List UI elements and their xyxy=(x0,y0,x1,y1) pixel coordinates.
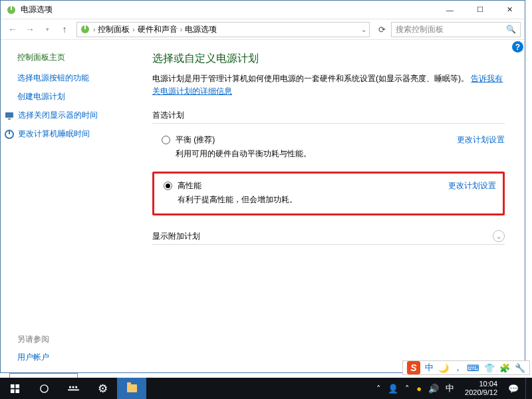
minimize-button[interactable]: — xyxy=(435,1,465,19)
gear-icon: ⚙ xyxy=(98,382,108,396)
clock-date: 2020/9/12 xyxy=(465,388,497,397)
taskbar: ⚙ ˄ 👤 ˄ ● 🔊 中 10:04 2020/9/12 💬 xyxy=(0,378,532,399)
system-tray: ˄ 👤 ˄ ● 🔊 中 10:04 2020/9/12 💬 xyxy=(374,378,532,399)
change-plan-settings-link[interactable]: 更改计划设置 xyxy=(457,134,505,146)
svg-rect-1 xyxy=(11,6,12,10)
chevron-right-icon: › xyxy=(93,26,95,33)
control-panel-window: 电源选项 — ☐ ✕ ← → ▾ ↑ › 控制面板 › 硬件和声音 › 电源选项… xyxy=(0,0,525,373)
search-icon: 🔍 xyxy=(506,25,516,34)
sidebar: 控制面板主页 选择电源按钮的功能 创建电源计划 选择关闭显示器的时间 更改计算机… xyxy=(1,40,140,372)
page-heading: 选择或自定义电源计划 xyxy=(152,52,505,66)
breadcrumb-segment[interactable]: 硬件和声音 xyxy=(138,24,178,35)
see-also-user-accounts[interactable]: 用户帐户 xyxy=(17,352,49,363)
main-panel: 选择或自定义电源计划 电源计划是用于管理计算机如何使用电源的一套硬件和系统设置(… xyxy=(140,40,525,372)
svg-rect-3 xyxy=(84,25,86,29)
change-plan-settings-link[interactable]: 更改计划设置 xyxy=(448,180,496,192)
sidebar-heading[interactable]: 控制面板主页 xyxy=(17,52,134,63)
maximize-button[interactable]: ☐ xyxy=(465,1,495,19)
window-controls: — ☐ ✕ xyxy=(435,1,525,19)
tray-overflow-icon[interactable]: ˄ xyxy=(405,384,410,394)
divider xyxy=(152,244,505,245)
volume-icon[interactable]: 🔊 xyxy=(428,384,439,394)
show-desktop-button[interactable] xyxy=(525,378,529,399)
sidebar-link-label: 更改计算机睡眠时间 xyxy=(18,128,90,140)
svg-rect-4 xyxy=(5,112,13,118)
radio-high-performance[interactable] xyxy=(164,182,172,190)
close-button[interactable]: ✕ xyxy=(495,1,525,19)
svg-point-12 xyxy=(40,384,47,392)
start-button[interactable] xyxy=(0,378,29,399)
moon-icon[interactable]: 🌙 xyxy=(438,363,449,373)
sogou-ime-icon[interactable]: S xyxy=(407,361,420,374)
plan-name: 平衡 (推荐) xyxy=(176,134,215,146)
plan-description: 利用可用的硬件自动平衡功耗与性能。 xyxy=(176,148,505,160)
chevron-right-icon: › xyxy=(180,26,182,33)
window-title: 电源选项 xyxy=(21,4,435,15)
see-also-section: 另请参阅 用户帐户 xyxy=(17,334,49,363)
plan-description: 有利于提高性能，但会增加功耗。 xyxy=(178,194,496,205)
sidebar-link-label: 选择关闭显示器的时间 xyxy=(18,110,98,121)
svg-rect-9 xyxy=(15,384,19,388)
action-center-icon[interactable]: 💬 xyxy=(508,384,519,394)
power-icon xyxy=(4,129,15,140)
task-view-button[interactable] xyxy=(59,378,88,399)
ime-lang-indicator[interactable]: 中 xyxy=(425,362,434,374)
address-breadcrumb[interactable]: › 控制面板 › 硬件和声音 › 电源选项 ⌄ xyxy=(76,22,370,37)
sidebar-link-sleep-time[interactable]: 更改计算机睡眠时间 xyxy=(4,128,134,140)
svg-rect-10 xyxy=(10,389,14,393)
power-plan-high-performance: 高性能 更改计划设置 有利于提高性能，但会增加功耗。 xyxy=(164,180,496,205)
additional-plans-row: 显示附加计划 ⌄ xyxy=(152,230,505,242)
tray-overflow-button[interactable]: ˄ xyxy=(376,384,381,394)
forward-button[interactable]: → xyxy=(22,21,38,37)
refresh-button[interactable]: ⟳ xyxy=(374,21,390,37)
taskbar-app-explorer[interactable] xyxy=(117,378,146,399)
power-plan-balanced: 平衡 (推荐) 更改计划设置 利用可用的硬件自动平衡功耗与性能。 xyxy=(152,130,505,164)
folder-icon xyxy=(127,384,137,392)
sidebar-link-power-button[interactable]: 选择电源按钮的功能 xyxy=(17,72,134,84)
sidebar-link-create-plan[interactable]: 创建电源计划 xyxy=(17,91,134,102)
preferred-plans-title: 首选计划 xyxy=(152,110,505,121)
wrench-icon[interactable]: 🔧 xyxy=(515,363,525,373)
cortana-button[interactable] xyxy=(29,378,59,399)
clock-time: 10:04 xyxy=(465,380,497,388)
taskbar-app-settings[interactable]: ⚙ xyxy=(88,378,117,399)
highlighted-plan-box: 高性能 更改计划设置 有利于提高性能，但会增加功耗。 xyxy=(152,172,505,215)
search-input[interactable]: 搜索控制面板 🔍 xyxy=(391,22,521,37)
chevron-down-icon: ⌄ xyxy=(496,233,501,240)
breadcrumb-segment[interactable]: 电源选项 xyxy=(185,24,217,35)
breadcrumb-segment[interactable]: 控制面板 xyxy=(98,24,130,35)
svg-rect-7 xyxy=(9,130,10,134)
svg-rect-16 xyxy=(75,386,77,388)
back-button[interactable]: ← xyxy=(5,21,21,37)
svg-rect-14 xyxy=(69,386,71,388)
breadcrumb-icon xyxy=(80,24,90,35)
comma-icon[interactable]: ， xyxy=(454,362,462,374)
svg-rect-11 xyxy=(15,389,19,393)
tray-clock[interactable]: 10:04 2020/9/12 xyxy=(461,380,501,396)
plan-name: 高性能 xyxy=(178,180,201,192)
person-icon[interactable]: 👕 xyxy=(484,363,495,373)
svg-rect-15 xyxy=(72,386,74,388)
chevron-down-icon[interactable]: ⌄ xyxy=(361,26,366,33)
svg-rect-8 xyxy=(10,384,14,388)
radio-balanced[interactable] xyxy=(162,136,170,144)
face-icon[interactable]: 🧩 xyxy=(499,363,510,373)
see-also-title: 另请参阅 xyxy=(17,334,49,345)
app-icon xyxy=(6,5,17,15)
titlebar: 电源选项 — ☐ ✕ xyxy=(1,1,525,19)
nav-toolbar: ← → ▾ ↑ › 控制面板 › 硬件和声音 › 电源选项 ⌄ ⟳ 搜索控制面板… xyxy=(1,19,525,40)
ime-indicator[interactable]: 中 xyxy=(446,382,454,394)
sidebar-link-display-off[interactable]: 选择关闭显示器的时间 xyxy=(4,110,134,121)
security-icon[interactable]: ● xyxy=(416,384,422,394)
keyboard-icon[interactable]: ⌨ xyxy=(467,363,479,373)
history-dropdown[interactable]: ▾ xyxy=(39,21,55,37)
up-button[interactable]: ↑ xyxy=(57,21,72,37)
page-description: 电源计划是用于管理计算机如何使用电源的一套硬件和系统设置(如显示器亮度、睡眠等)… xyxy=(152,72,505,98)
monitor-icon xyxy=(4,110,15,121)
people-icon[interactable]: 👤 xyxy=(388,384,398,394)
svg-rect-13 xyxy=(68,389,79,390)
additional-plans-title: 显示附加计划 xyxy=(152,231,200,242)
ime-toolbar[interactable]: S 中 🌙 ， ⌨ 👕 🧩 🔧 xyxy=(402,360,530,375)
expand-button[interactable]: ⌄ xyxy=(493,230,505,242)
search-placeholder: 搜索控制面板 xyxy=(396,24,444,35)
